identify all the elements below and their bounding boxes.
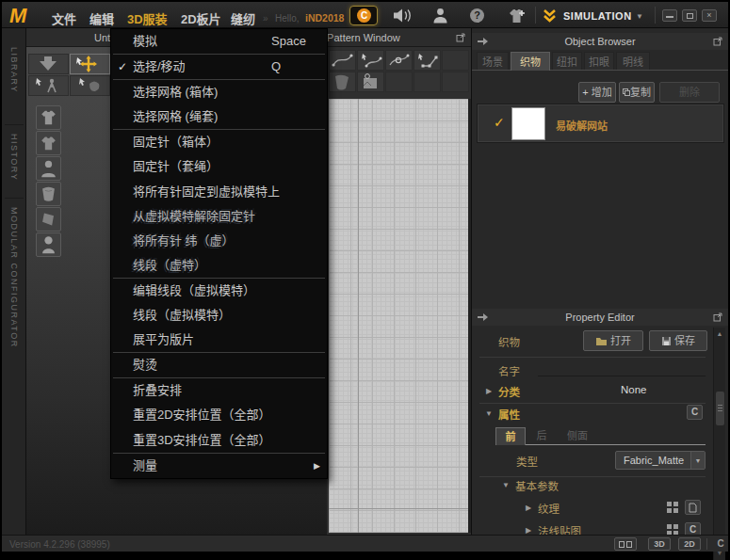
add-garment-icon[interactable]	[507, 8, 527, 24]
menubar-3d-garment[interactable]: 3D服装	[127, 9, 168, 27]
refresh-view-button[interactable]: C	[713, 537, 728, 551]
pattern-tool-button[interactable]	[442, 50, 469, 71]
texture-file-button[interactable]	[685, 500, 701, 515]
library-item-avatar-1[interactable]	[36, 156, 61, 181]
material-type-dropdown[interactable]: Fabric_Matte ▼	[615, 451, 706, 470]
scrollbar-thumb[interactable]	[716, 392, 724, 425]
add-fabric-button[interactable]: + 增加	[578, 82, 616, 103]
menu-item-fold-arrangement[interactable]: 折叠安排	[111, 378, 327, 403]
divider	[479, 403, 706, 404]
expand-arrow-icon[interactable]: ▶	[486, 387, 492, 395]
tab-topstitch[interactable]: 明线	[616, 52, 650, 71]
tab-button[interactable]: 纽扣	[552, 52, 582, 71]
side-tab-back[interactable]: 后	[528, 427, 555, 445]
speaker-icon[interactable]	[392, 8, 414, 23]
menu-item-tack-avatar[interactable]: 线段（虚特）	[111, 253, 327, 278]
texture-editor-tool-button[interactable]	[357, 72, 384, 92]
edit-polygon-tool-button[interactable]	[414, 50, 441, 71]
divider	[479, 476, 706, 477]
popout-icon[interactable]	[713, 37, 722, 46]
gizmo-tool-button[interactable]	[28, 54, 69, 74]
menu-item-all-pins[interactable]: 将所有针 纬（虚）	[111, 229, 327, 253]
side-tab-front[interactable]: 前	[495, 427, 526, 445]
minimize-button[interactable]	[662, 9, 677, 22]
menu-item-reset-3d-arrangement-all[interactable]: 重置3D安排位置（全部）	[111, 428, 327, 453]
popout-icon[interactable]	[713, 312, 722, 322]
library-item-garment-2[interactable]	[36, 131, 61, 155]
menu-item-iron[interactable]: 熨烫	[111, 353, 327, 377]
simulation-label[interactable]: SIMULATION	[563, 10, 632, 22]
dart-tool-button[interactable]	[329, 72, 356, 92]
simulation-dropdown-arrow-icon[interactable]: ▼	[636, 12, 643, 21]
pin-tool-button[interactable]	[70, 75, 110, 96]
fabric-swatch[interactable]	[511, 107, 545, 140]
close-button[interactable]: ×	[702, 9, 717, 22]
sidebar-tab-history[interactable]: HISTORY	[9, 134, 19, 181]
property-editor-scrollbar[interactable]: ▲ ▼	[713, 328, 725, 560]
name-input[interactable]	[538, 360, 706, 376]
plus-icon: +	[582, 87, 591, 98]
tab-scene[interactable]: 场景	[477, 52, 509, 71]
tool-button[interactable]	[385, 72, 413, 92]
menu-item-tack-on-avatar[interactable]: 线段（虚拟模特）	[111, 303, 327, 328]
library-item-garment-1[interactable]	[36, 105, 61, 130]
tool-button[interactable]	[414, 72, 441, 92]
reset-property-button[interactable]: C	[687, 405, 703, 420]
menubar-sewing[interactable]: 缝纫	[231, 9, 255, 27]
menu-item-measure[interactable]: 测量 ▶	[111, 454, 327, 478]
library-item-fabric-1[interactable]	[36, 182, 61, 206]
menubar-edit[interactable]: 编辑	[89, 9, 114, 27]
view-2d-button[interactable]: 2D	[678, 537, 701, 551]
sidebar-tab-library[interactable]: LIBRARY	[9, 47, 19, 93]
popout-icon[interactable]	[456, 33, 465, 42]
side-tab-side[interactable]: 侧面	[559, 427, 596, 445]
user-icon[interactable]	[432, 8, 448, 24]
menu-item-flatten-to-pattern[interactable]: 展平为版片	[111, 328, 327, 352]
menu-item-simulate[interactable]: 模拟Space	[111, 29, 327, 54]
clo-badge-icon[interactable]: C	[349, 6, 378, 25]
menu-item-pin-box[interactable]: 固定针（箱体）	[111, 130, 327, 154]
expand-arrow-icon[interactable]: ▶	[526, 504, 531, 512]
open-fabric-button[interactable]: 打开	[583, 330, 643, 351]
menubar-file[interactable]: 文件	[52, 9, 76, 27]
object-browser-tabs: 场景 织物 纽扣 扣眼 明线	[472, 52, 728, 71]
tab-buttonhole[interactable]: 扣眼	[584, 52, 614, 71]
curve-tool-button[interactable]	[329, 50, 356, 71]
edit-curve-tool-button[interactable]	[357, 50, 384, 71]
menu-item-attach-pins-to-avatar[interactable]: 将所有针固定到虚拟模特上	[111, 180, 327, 204]
walk-tool-button[interactable]	[28, 75, 69, 96]
fabric-list-item[interactable]: ✓ 易破解网站	[477, 104, 724, 143]
collapse-arrow-icon[interactable]: ▼	[502, 481, 510, 489]
save-fabric-button[interactable]: 保存	[649, 330, 707, 351]
save-icon	[661, 336, 672, 346]
checkmark-icon[interactable]: ✓	[494, 115, 505, 130]
view-3d-button[interactable]: 3D	[648, 537, 671, 551]
expand-arrow-icon[interactable]: ▶	[526, 526, 531, 535]
menubar-2d-pattern[interactable]: 2D板片	[181, 9, 221, 27]
split-view-button[interactable]	[614, 537, 637, 551]
sidebar-tab-modular-configurator[interactable]: MODULAR CONFIGURATOR	[9, 207, 19, 348]
texture-tile-icon[interactable]	[667, 502, 680, 515]
delete-fabric-button[interactable]: 删除	[659, 82, 720, 103]
curve-point-tool-button[interactable]	[385, 50, 413, 71]
material-type-value: Fabric_Matte	[624, 455, 684, 466]
menu-item-select-move[interactable]: ✓ 选择/移动Q	[111, 55, 327, 79]
copy-fabric-button[interactable]: 复制	[619, 82, 655, 103]
menu-item-select-mesh-lasso[interactable]: 选择网格 (绳套)	[111, 104, 327, 129]
library-item-avatar-2[interactable]	[36, 232, 61, 257]
scroll-up-arrow-icon[interactable]: ▲	[714, 330, 725, 337]
menu-item-reset-2d-arrangement-all[interactable]: 重置2D安排位置（全部）	[111, 403, 327, 427]
tab-fabric[interactable]: 织物	[511, 52, 550, 71]
menu-item-select-mesh-box[interactable]: 选择网格 (箱体)	[111, 80, 327, 104]
menu-item-detach-pins-from-avatar[interactable]: 从虚拟模特解除固定针	[111, 204, 327, 229]
pattern-2d-canvas[interactable]	[329, 99, 468, 533]
help-icon[interactable]: ?	[470, 8, 484, 23]
library-item-fabric-2[interactable]	[36, 207, 61, 232]
select-move-tool-button[interactable]	[70, 54, 110, 74]
collapse-arrow-icon[interactable]: ▼	[485, 409, 493, 418]
menu-item-pin-lasso[interactable]: 固定针（套绳）	[111, 154, 327, 179]
tool-button[interactable]	[442, 72, 469, 92]
submenu-arrow-icon: ▶	[314, 454, 320, 478]
maximize-button[interactable]	[682, 9, 697, 22]
menu-item-edit-tack-avatar[interactable]: 编辑线段（虚拟模特）	[111, 279, 327, 303]
